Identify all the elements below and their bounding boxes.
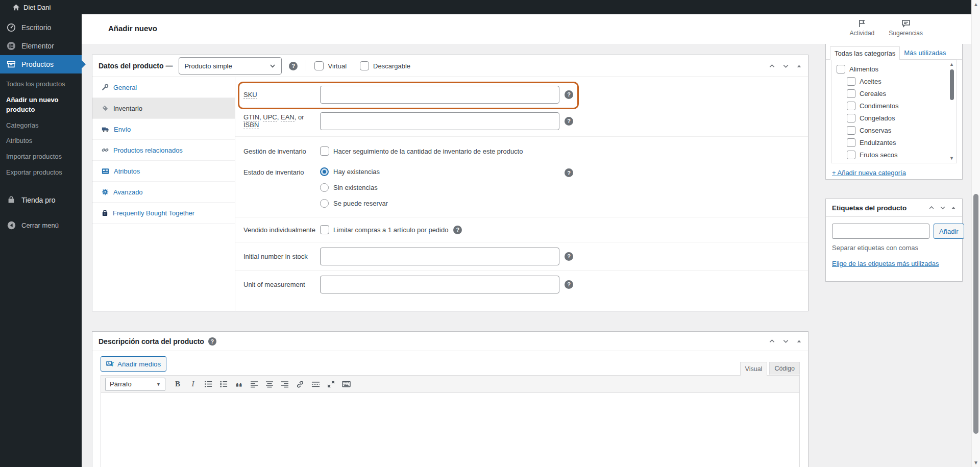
move-down-icon[interactable] (782, 338, 789, 345)
submenu-categorias[interactable]: Categorías (0, 118, 82, 134)
fullscreen-button[interactable] (324, 378, 338, 391)
submenu-todos-los-productos[interactable]: Todos los productos (0, 77, 82, 92)
bullet-list-button[interactable] (201, 378, 215, 391)
scrollbar-thumb[interactable] (950, 69, 954, 100)
tab-mas-utilizadas[interactable]: Más utilizadas (900, 46, 950, 60)
tab-general[interactable]: General (92, 77, 235, 98)
add-media-icon (106, 360, 114, 367)
toggle-panel-icon[interactable] (951, 205, 956, 210)
category-aceites[interactable]: Aceites (847, 77, 944, 86)
inventory-fields: SKU ? GTIN, UPC, EAN, or ISBN ? Gestión … (235, 77, 808, 311)
move-down-icon[interactable] (782, 63, 789, 69)
product-type-select[interactable]: Producto simple (179, 57, 282, 75)
tab-todas-las-categorias[interactable]: Todas las categorías (830, 46, 900, 60)
move-up-icon[interactable] (769, 338, 775, 345)
initial-stock-help-icon[interactable]: ? (565, 252, 573, 261)
category-conservas[interactable]: Conservas (847, 126, 944, 135)
editor-content-area[interactable] (101, 393, 799, 467)
short-description-help-icon[interactable]: ? (208, 337, 216, 346)
bold-button[interactable]: B (170, 378, 185, 391)
sidebar-item-productos[interactable]: Productos (0, 55, 82, 73)
add-media-button[interactable]: Añadir medios (101, 356, 166, 372)
category-congelados[interactable]: Congelados (847, 114, 944, 122)
align-center-button[interactable] (262, 378, 277, 391)
category-scrollbar[interactable]: ▲ ▼ (948, 61, 955, 162)
category-endulzantes[interactable]: Endulzantes (847, 138, 944, 147)
scroll-up-icon[interactable]: ▲ (949, 62, 954, 67)
category-alimentos[interactable]: Alimentos (837, 65, 944, 73)
stock-status-label: Estado de inventario (243, 168, 320, 176)
tab-envio[interactable]: Envío (92, 119, 235, 140)
italic-button[interactable]: I (186, 378, 200, 391)
move-down-icon[interactable] (940, 205, 946, 211)
category-condimentos[interactable]: Condimentos (847, 102, 944, 110)
align-left-button[interactable] (247, 378, 261, 391)
add-tag-button[interactable]: Añadir (934, 224, 964, 239)
sidebar-collapse-button[interactable]: Cerrar menú (0, 216, 82, 234)
virtual-checkbox[interactable]: Virtual (314, 61, 347, 70)
category-tabs: Todas las categorías Más utilizadas (826, 44, 962, 60)
numbered-list-button[interactable] (216, 378, 231, 391)
submenu-exportar-productos[interactable]: Exportar productos (0, 165, 82, 181)
stock-status-help-icon[interactable]: ? (565, 168, 573, 177)
activity-button[interactable]: Actividad (850, 18, 875, 37)
blockquote-button[interactable]: ❛❛ (232, 378, 246, 391)
gtin-input[interactable] (320, 112, 559, 130)
sidebar-item-escritorio[interactable]: Escritorio (0, 18, 82, 37)
manage-stock-checkbox[interactable]: Hacer seguimiento de la cantidad de inve… (320, 146, 523, 156)
editor-mode-tabs: Visual Código (738, 362, 800, 375)
toggle-panel-icon[interactable] (796, 63, 802, 69)
unit-of-measurement-input[interactable] (320, 276, 559, 293)
stock-status-option-backorder[interactable]: Se puede reservar (320, 199, 808, 208)
admin-bar-site[interactable]: Diet Dani (0, 4, 51, 11)
align-right-button[interactable] (278, 378, 292, 391)
move-up-icon[interactable] (928, 205, 935, 211)
stock-status-option-out-of-stock[interactable]: Sin existencias (320, 183, 808, 192)
sold-individually-help-icon[interactable]: ? (453, 226, 462, 234)
category-cereales[interactable]: Cereales (847, 89, 944, 98)
category-frutos-secos[interactable]: Frutos secos (847, 151, 944, 159)
radio-checked-icon (320, 167, 329, 176)
keyboard-shortcuts-button[interactable] (339, 378, 353, 391)
submenu-atributos[interactable]: Atributos (0, 133, 82, 149)
insert-link-button[interactable] (293, 378, 307, 391)
unit-of-measurement-help-icon[interactable]: ? (565, 280, 573, 289)
tab-visual[interactable]: Visual (740, 362, 768, 376)
scroll-down-icon[interactable]: ▼ (973, 460, 979, 465)
paragraph-format-select[interactable]: Párrafo ▼ (105, 378, 165, 391)
move-up-icon[interactable] (769, 63, 775, 69)
tab-codigo[interactable]: Código (769, 362, 800, 375)
sku-input[interactable] (320, 86, 559, 104)
tab-frequently-bought-together[interactable]: Frequently Bought Together (92, 203, 235, 224)
sidebar-item-tienda-pro[interactable]: Tienda pro (0, 191, 82, 209)
submenu-importar-productos[interactable]: Importar productos (0, 149, 82, 165)
product-type-help-icon[interactable]: ? (289, 62, 298, 70)
gtin-help-icon[interactable]: ? (565, 117, 573, 126)
tab-productos-relacionados[interactable]: Productos relacionados (92, 140, 235, 161)
suggestions-button[interactable]: Sugerencias (889, 18, 923, 37)
sidebar: Escritorio Elementor Productos Todos los… (0, 14, 82, 467)
tab-inventario[interactable]: Inventario (92, 98, 235, 119)
sidebar-item-elementor[interactable]: Elementor (0, 37, 82, 55)
collapse-icon (6, 221, 16, 230)
scrollbar-thumb[interactable] (973, 194, 978, 434)
submenu-anadir-nuevo-producto[interactable]: Añadir un nuevo producto (0, 92, 66, 118)
stock-status-option-in-stock[interactable]: Hay existencias (320, 167, 808, 176)
page-scrollbar[interactable]: ▲ ▼ (971, 0, 980, 467)
tab-avanzado[interactable]: Avanzado (92, 182, 235, 203)
sold-individually-checkbox[interactable]: Limitar compras a 1 artículo por pedido (320, 225, 448, 234)
choose-most-used-tags-link[interactable]: Elige de las etiquetas más utilizadas (832, 260, 939, 267)
tab-atributos[interactable]: Atributos (92, 161, 235, 182)
initial-stock-input[interactable] (320, 248, 559, 265)
scroll-up-icon[interactable]: ▲ (973, 2, 979, 7)
more-tag-button[interactable] (308, 378, 323, 391)
toggle-panel-icon[interactable] (796, 338, 802, 344)
content-header: Añadir nuevo Actividad Sugerencias (82, 14, 971, 44)
downloadable-checkbox[interactable]: Descargable (360, 61, 410, 70)
editor: Párrafo ▼ B I ❛❛ (101, 375, 800, 467)
tags-hint: Separar etiquetas con comas (826, 239, 962, 252)
add-new-category-link[interactable]: + Añadir nueva categoría (832, 169, 906, 177)
sku-help-icon[interactable]: ? (565, 90, 573, 99)
tag-input[interactable] (832, 224, 929, 239)
scroll-down-icon[interactable]: ▼ (949, 156, 954, 161)
